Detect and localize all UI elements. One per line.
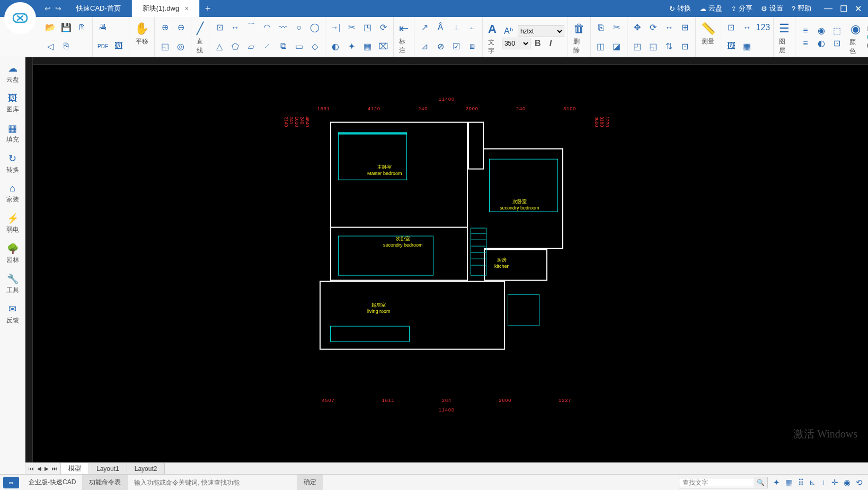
prop-icon-1[interactable]: ◉ [814, 24, 828, 37]
draw-icon-1[interactable]: ⬠ [228, 40, 242, 52]
action-cloud[interactable]: ☁云盘 [699, 4, 722, 13]
redo-icon[interactable]: ⎘ [59, 40, 73, 52]
action-share[interactable]: ⇪分享 [731, 4, 752, 13]
search-input[interactable] [679, 479, 754, 486]
clip-icon-0[interactable]: ⎘ [594, 21, 608, 34]
saveas-icon[interactable]: 🗎 [75, 21, 89, 34]
command-input[interactable] [134, 479, 290, 486]
close-button[interactable]: ✕ [855, 4, 862, 14]
print-icon[interactable]: 🖶 [96, 21, 110, 34]
layout-tab-model[interactable]: 模型 [61, 463, 89, 474]
sidebar-item-图库[interactable]: 🖼图库 [1, 90, 24, 117]
close-icon[interactable]: × [184, 4, 189, 13]
search-icon[interactable]: 🔍 [754, 477, 767, 488]
clip-icon-0[interactable]: ◫ [594, 40, 608, 52]
image-icon[interactable]: 🖼 [112, 40, 126, 52]
globe-icon[interactable]: ◉ [844, 478, 851, 487]
action-settings[interactable]: ⚙设置 [761, 4, 783, 13]
app-logo[interactable] [4, 2, 36, 34]
tab-document[interactable]: 新块(1).dwg × [132, 0, 200, 17]
ortho-icon[interactable]: ⊾ [809, 478, 816, 487]
dim-icon-0[interactable]: ⊿ [418, 40, 431, 52]
modify-icon-2[interactable]: ▦ [360, 40, 374, 52]
xform-icon-2[interactable]: ↔ [662, 21, 676, 34]
draw-icon-5[interactable]: ▭ [292, 40, 306, 52]
dim-icon-0[interactable]: ↗ [418, 21, 431, 34]
color-button[interactable]: ◉颜色 [847, 19, 864, 56]
font-select[interactable]: hztxt [518, 25, 564, 37]
measure-icon-1[interactable]: ↔ [740, 21, 754, 34]
prop-icon-0[interactable]: ≡ [799, 24, 812, 37]
modify-icon-1[interactable]: ✂ [344, 21, 358, 34]
dim-icon-1[interactable]: Å [433, 21, 447, 34]
draw-icon-0[interactable]: ⊡ [212, 21, 226, 34]
layer-button[interactable]: ☰图层 [777, 18, 792, 55]
action-convert[interactable]: ↻转换 [669, 4, 691, 13]
measure-icon-1[interactable]: ▦ [740, 40, 754, 52]
measure-icon-0[interactable]: ⊡ [724, 21, 738, 34]
add-tab-button[interactable]: + [200, 0, 216, 17]
maximize-button[interactable]: ☐ [840, 4, 847, 14]
sidebar-item-家装[interactable]: ⌂家装 [1, 180, 24, 207]
zoomout-icon[interactable]: ⊖ [174, 21, 188, 34]
draw-icon-2[interactable]: ▱ [244, 40, 258, 52]
modify-icon-3[interactable]: ⟳ [376, 21, 390, 34]
font-type-icon[interactable]: Aᵇ [502, 25, 516, 38]
command-table-button[interactable]: 功能命令表 [83, 475, 128, 490]
sidebar-item-园林[interactable]: 🌳园林 [1, 240, 24, 268]
prop-icon-1[interactable]: ◐ [814, 37, 828, 50]
xform-icon-3[interactable]: ⊡ [678, 40, 692, 52]
nav-next-icon[interactable]: ▶ [43, 466, 50, 471]
dim-icon-3[interactable]: ⧈ [465, 40, 479, 52]
tab-home[interactable]: 快速CAD-首页 [66, 0, 132, 17]
measure-icon-0[interactable]: 🖼 [724, 40, 738, 52]
draw-icon-5[interactable]: ○ [292, 21, 306, 34]
zoomwin-icon[interactable]: ◱ [158, 40, 172, 52]
dim-icon-2[interactable]: ⟂ [449, 21, 463, 34]
draw-icon-6[interactable]: ◇ [308, 40, 322, 52]
draw-icon-2[interactable]: ⌒ [244, 21, 258, 34]
dim-icon-2[interactable]: ☑ [449, 40, 463, 52]
zoomin-icon[interactable]: ⊕ [158, 21, 172, 34]
zoomext-icon[interactable]: ◎ [174, 40, 188, 52]
target-icon[interactable]: ✛ [831, 478, 838, 487]
nav-prev-icon[interactable]: ◀ [36, 466, 42, 471]
draw-icon-3[interactable]: ◠ [260, 21, 274, 34]
nav-fwd-icon[interactable]: ↪ [55, 4, 61, 13]
prop-icon-0[interactable]: ≡ [799, 37, 812, 50]
xform-icon-0[interactable]: ◰ [631, 40, 644, 52]
fontsize-select[interactable]: 350 [502, 38, 530, 49]
save-icon[interactable]: 💾 [59, 21, 73, 34]
sidebar-item-转换[interactable]: ↻转换 [1, 150, 24, 178]
dim-icon-1[interactable]: ⊘ [433, 40, 447, 52]
prop-icon-2[interactable]: ⬚ [830, 24, 844, 37]
dim-icon-3[interactable]: ⫠ [465, 21, 479, 34]
xform-icon-2[interactable]: ⇅ [662, 40, 676, 52]
nav-last-icon[interactable]: ⏭ [51, 466, 58, 471]
action-help[interactable]: ?帮助 [792, 4, 811, 13]
snap-icon[interactable]: ✦ [773, 478, 780, 487]
measure-icon-2[interactable]: 123 [756, 21, 770, 34]
modify-icon-0[interactable]: →| [329, 21, 342, 34]
draw-icon-4[interactable]: ⧉ [276, 40, 290, 52]
layout-tab-2[interactable]: Layout2 [127, 463, 165, 474]
bold-button[interactable]: B [533, 39, 543, 48]
draw-icon-1[interactable]: ↔ [228, 21, 242, 34]
sidebar-item-工具[interactable]: 🔧工具 [1, 270, 24, 298]
grid2-icon[interactable]: ⠿ [798, 478, 804, 487]
link-icon[interactable]: ⟲ [856, 478, 863, 487]
sidebar-item-弱电[interactable]: ⚡弱电 [1, 209, 24, 238]
sidebar-item-填充[interactable]: ▦填充 [1, 119, 24, 147]
sidebar-item-反馈[interactable]: ✉反馈 [1, 300, 24, 328]
perp-icon[interactable]: ⟂ [821, 478, 826, 487]
xform-icon-1[interactable]: ⟳ [646, 21, 660, 34]
modify-icon-3[interactable]: ⌧ [376, 40, 390, 52]
pan-button[interactable]: ✋平移 [132, 18, 151, 46]
layout-tab-1[interactable]: Layout1 [89, 463, 127, 474]
grid-icon[interactable]: ▦ [785, 478, 793, 487]
open-icon[interactable]: 📂 [43, 21, 57, 34]
draw-icon-6[interactable]: ◯ [308, 21, 322, 34]
xform-icon-0[interactable]: ✥ [631, 21, 644, 34]
clip-icon-1[interactable]: ✂ [610, 21, 624, 34]
delete-button[interactable]: 🗑删除 [571, 18, 587, 55]
